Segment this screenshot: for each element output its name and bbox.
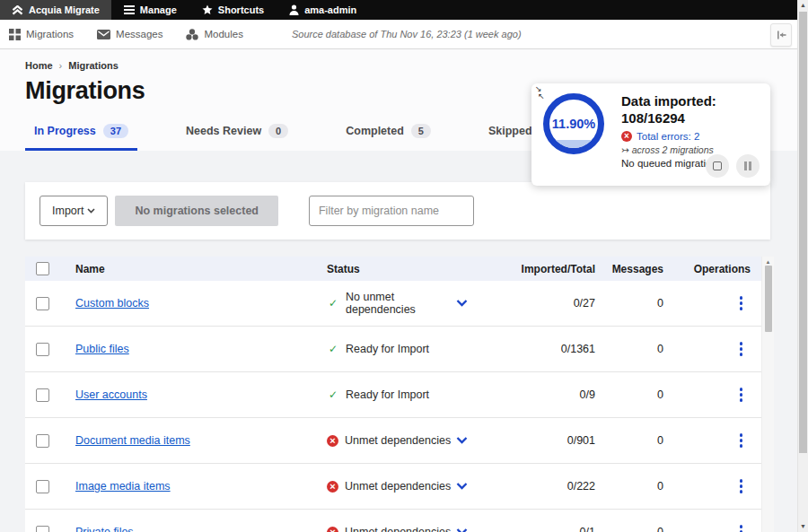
tab-label: Needs Review: [186, 125, 261, 137]
tab-label: Skipped: [488, 125, 532, 137]
shortcuts-menu[interactable]: Shortcuts: [189, 0, 277, 20]
user-menu[interactable]: ama-admin: [277, 0, 369, 20]
row-checkbox[interactable]: [36, 526, 49, 532]
hamburger-icon: [124, 5, 135, 14]
acquia-logo-icon: [12, 5, 23, 15]
across-migrations-note: across 2 migrations: [621, 144, 763, 155]
acquia-migrate-brand[interactable]: Acquia Migrate: [0, 0, 111, 20]
breadcrumb: Home Migrations: [25, 60, 808, 71]
messages-count: 0: [600, 343, 668, 355]
total-errors-row: Total errors: 2: [621, 131, 763, 142]
brand-label: Acquia Migrate: [29, 4, 100, 15]
chevron-down-icon: [87, 208, 95, 214]
table-scrollbar-thumb[interactable]: [765, 266, 772, 332]
operations-menu-icon[interactable]: [737, 476, 746, 496]
table-row: User accounts Ready for Import 0/9 0: [25, 372, 761, 418]
tab[interactable]: Completed 5: [337, 124, 440, 151]
imported-total-value: 0/9: [501, 388, 600, 401]
pause-import-button[interactable]: [736, 154, 760, 178]
status-icon: [327, 481, 338, 493]
page-scrollbar-thumb[interactable]: [799, 12, 807, 453]
nav-migrations-label: Migrations: [26, 29, 74, 39]
table-scrollbar[interactable]: ▲: [761, 257, 774, 532]
main-content: Import No migrations selected Name Statu…: [0, 151, 808, 532]
nav-modules[interactable]: Modules: [186, 29, 242, 40]
row-checkbox[interactable]: [36, 480, 49, 493]
nav-messages[interactable]: Messages: [97, 29, 162, 39]
scroll-up-icon[interactable]: ▲: [762, 257, 774, 265]
expand-chevron-icon[interactable]: [456, 300, 468, 307]
actions-bar: Import No migrations selected: [25, 182, 770, 240]
total-errors-link[interactable]: Total errors: 2: [637, 131, 699, 142]
select-all-checkbox[interactable]: [36, 262, 49, 275]
stop-icon: [713, 161, 722, 170]
migration-name-link[interactable]: Image media items: [75, 480, 171, 493]
user-icon: [289, 4, 299, 15]
nav-modules-label: Modules: [204, 29, 242, 39]
selection-status-button[interactable]: No migrations selected: [115, 196, 278, 226]
header-status: Status: [327, 263, 501, 275]
status-text: Unmet dependencies: [345, 526, 451, 532]
progress-percentage: 11.90%: [552, 117, 595, 131]
table-row: Image media items Unmet dependencies 0/2…: [25, 464, 761, 510]
nav-migrations[interactable]: Migrations: [9, 29, 74, 40]
row-checkbox[interactable]: [36, 434, 49, 448]
expand-chevron-icon[interactable]: [456, 528, 468, 532]
page-scroll-down-icon[interactable]: ▼: [798, 521, 808, 532]
row-checkbox[interactable]: [36, 297, 49, 310]
header-messages: Messages: [600, 263, 668, 275]
import-dropdown-button[interactable]: Import: [40, 196, 108, 226]
resize-handle-icon[interactable]: ↘↖: [535, 85, 545, 100]
operations-menu-icon[interactable]: [737, 385, 746, 405]
tab[interactable]: Needs Review 0: [177, 124, 297, 151]
table-row: Public files Ready for Import 0/1361 0: [25, 327, 761, 372]
page-scrollbar[interactable]: ▲ ▼: [797, 0, 808, 532]
breadcrumb-current: Migrations: [68, 60, 119, 71]
user-label: ama-admin: [304, 4, 356, 15]
migration-name-link[interactable]: User accounts: [75, 388, 147, 401]
status-text: Unmet dependencies: [345, 480, 451, 493]
tray-collapse-button[interactable]: [770, 23, 792, 47]
messages-count: 0: [600, 297, 668, 310]
messages-count: 0: [600, 526, 668, 532]
operations-menu-icon[interactable]: [737, 339, 746, 359]
tab-count-badge: 0: [268, 124, 288, 138]
tab-count-badge: 5: [411, 124, 431, 138]
secondary-toolbar: Migrations Messages Modules Source datab…: [0, 20, 808, 49]
migration-name-link[interactable]: Private files: [75, 526, 134, 532]
expand-chevron-icon[interactable]: [456, 483, 468, 490]
status-icon: [327, 435, 338, 447]
data-imported-count: 108/16294: [621, 110, 763, 127]
header-operations: Operations: [668, 263, 761, 275]
page-scroll-up-icon[interactable]: ▲: [798, 0, 808, 11]
operations-menu-icon[interactable]: [737, 522, 746, 532]
stop-import-button[interactable]: [706, 154, 729, 178]
migration-name-link[interactable]: Public files: [75, 343, 129, 355]
expand-chevron-icon[interactable]: [456, 437, 468, 444]
operations-menu-icon[interactable]: [737, 431, 746, 450]
progress-card-actions: [706, 154, 760, 178]
operations-menu-icon[interactable]: [737, 293, 746, 313]
migration-name-link[interactable]: Custom blocks: [75, 297, 149, 310]
imported-total-value: 0/901: [501, 434, 600, 447]
migration-filter-input[interactable]: [309, 196, 474, 226]
breadcrumb-separator-icon: [59, 60, 63, 71]
row-checkbox[interactable]: [36, 388, 49, 402]
breadcrumb-home-link[interactable]: Home: [25, 60, 53, 71]
status-icon: [327, 297, 339, 310]
table-body: Custom blocks No unmet dependencies 0/27…: [25, 281, 774, 532]
status-text: Ready for Import: [346, 343, 429, 355]
manage-menu[interactable]: Manage: [111, 0, 189, 20]
row-checkbox[interactable]: [36, 343, 49, 356]
header-name: Name: [75, 263, 327, 275]
table-row: Custom blocks No unmet dependencies 0/27…: [25, 281, 761, 327]
migration-name-link[interactable]: Document media items: [75, 434, 190, 447]
envelope-icon: [97, 30, 110, 39]
import-progress-popup: ↘↖ 11.90% Data imported: 108/16294 Total…: [531, 83, 770, 186]
tab[interactable]: In Progress 37: [25, 124, 137, 151]
grid-icon: [9, 29, 21, 40]
data-imported-title: Data imported:: [621, 93, 763, 110]
tray-collapse-icon: [777, 31, 786, 39]
progress-fill: [549, 140, 598, 148]
messages-count: 0: [600, 434, 668, 447]
